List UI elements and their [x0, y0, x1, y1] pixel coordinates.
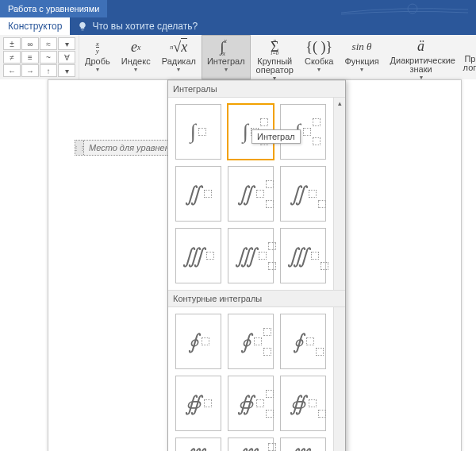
tell-me-placeholder: Что вы хотите сделать?: [92, 21, 198, 32]
gallery-section-contour: Контурные интегралы: [168, 290, 345, 307]
bracket-label: Скобка: [305, 57, 333, 66]
function-label: Функция: [344, 57, 378, 66]
gallery-scrollbar-2[interactable]: [333, 307, 345, 438]
gallery-section-integrals: Интегралы: [168, 80, 345, 98]
fraction-icon: xy: [96, 38, 99, 56]
tpl-surface-integral-sub[interactable]: ∯: [280, 376, 326, 431]
lightbulb-icon: [78, 21, 87, 31]
bracket-button[interactable]: {( )} Скобка ▾: [299, 35, 339, 79]
ribbon-tab-row: Конструктор Что вы хотите сделать?: [0, 17, 476, 35]
radical-label: Радикал: [162, 57, 196, 66]
symbol-forall[interactable]: ∀: [58, 51, 75, 64]
symbol-equiv[interactable]: ≡: [21, 51, 39, 64]
tpl-volume-integral-limits[interactable]: ∰: [228, 438, 274, 451]
chevron-down-icon: ▾: [225, 67, 228, 72]
contour-templates-grid: ∮ ∮ ∮ ∯ ∯ ∯: [168, 307, 333, 438]
integral-templates-grid: ∫ ∫ ∫ ∬ ∬ ∬ ∭ ∭ ∭: [168, 98, 333, 290]
symbol-down[interactable]: ▾: [58, 64, 75, 77]
limit-label: Предел и логарифм: [463, 55, 476, 72]
accent-button[interactable]: ä Диакритические знаки ▾: [385, 35, 458, 79]
tpl-surface-integral-limits[interactable]: ∯: [228, 376, 274, 431]
symbol-tilde[interactable]: ~: [40, 51, 57, 64]
decorative-swirl-icon: [341, 2, 468, 16]
tpl-surface-integral[interactable]: ∯: [175, 376, 221, 431]
tpl-integral[interactable]: ∫: [175, 104, 221, 160]
symbol-inf[interactable]: ∞: [21, 37, 39, 50]
tpl-triple-integral-limits[interactable]: ∭: [228, 228, 274, 283]
script-label: Индекс: [121, 57, 151, 66]
gallery-scrollbar[interactable]: ▴: [333, 98, 345, 290]
large-operator-label: Крупный оператор: [256, 57, 294, 75]
sigma-icon: nΣi=0: [271, 38, 278, 56]
tpl-contour-integral[interactable]: ∮: [175, 314, 221, 369]
symbol-times[interactable]: ▾: [58, 37, 75, 50]
limit-button[interactable]: limn→∞ Предел и логарифм ▾: [458, 35, 476, 79]
script-button[interactable]: ex Индекс ▾: [116, 35, 156, 79]
integral-icon: ∫x-x: [220, 38, 232, 56]
gallery-scrollbar-3[interactable]: ▾: [333, 438, 345, 451]
integral-label: Интеграл: [207, 57, 245, 66]
tpl-double-integral[interactable]: ∬: [175, 166, 221, 222]
symbol-left[interactable]: ↑: [40, 64, 57, 77]
chevron-down-icon: ▾: [134, 67, 137, 72]
tooltip: Интеграл: [251, 129, 301, 144]
tpl-triple-integral-sub[interactable]: ∭: [280, 228, 326, 283]
tell-me-search[interactable]: Что вы хотите сделать?: [70, 17, 205, 35]
symbol-le[interactable]: ←: [3, 64, 21, 77]
chevron-down-icon: ▾: [96, 67, 99, 72]
scroll-up-icon[interactable]: ▴: [338, 99, 342, 109]
chevron-down-icon: ▾: [360, 67, 363, 72]
symbol-gallery[interactable]: ± ∞ ≈ ▾ ≠ ≡ ~ ∀ ← → ↑ ▾: [0, 35, 79, 79]
tpl-triple-integral[interactable]: ∭: [175, 228, 221, 283]
tpl-contour-integral-limits[interactable]: ∮: [228, 314, 274, 369]
ribbon: ± ∞ ≈ ▾ ≠ ≡ ~ ∀ ← → ↑ ▾ xy Дробь ▾ ex Ин…: [0, 35, 476, 80]
symbol-approx[interactable]: ≈: [40, 37, 57, 50]
chevron-down-icon: ▾: [317, 67, 321, 72]
contextual-tab-label: Работа с уравнениями: [0, 0, 107, 17]
function-icon: sin θ: [352, 38, 372, 56]
tpl-double-integral-limits[interactable]: ∬: [228, 166, 274, 222]
tab-constructor[interactable]: Конструктор: [0, 17, 70, 35]
chevron-down-icon: ▾: [177, 67, 180, 72]
radical-icon: n√x: [170, 38, 187, 56]
equation-handle-icon[interactable]: ⋮⋮: [75, 141, 84, 155]
radical-button[interactable]: n√x Радикал ▾: [156, 35, 202, 79]
accent-icon: ä: [417, 38, 424, 55]
script-icon: ex: [131, 38, 140, 56]
large-operator-button[interactable]: nΣi=0 Крупный оператор ▾: [251, 35, 299, 79]
tpl-volume-integral-sub[interactable]: ∰: [280, 438, 326, 451]
tpl-contour-integral-sub[interactable]: ∮: [280, 314, 326, 369]
tpl-volume-integral[interactable]: ∰: [175, 438, 221, 451]
integral-button[interactable]: ∫x-x Интеграл ▾: [202, 35, 251, 79]
accent-label: Диакритические знаки: [390, 56, 452, 74]
fraction-label: Дробь: [85, 57, 110, 66]
symbol-pm[interactable]: ±: [3, 37, 21, 50]
bracket-icon: {( )}: [305, 38, 332, 56]
volume-templates-grid: ∰ ∰ ∰: [168, 438, 333, 451]
title-bar: Работа с уравнениями: [0, 0, 476, 17]
symbol-ge[interactable]: →: [21, 64, 39, 77]
function-button[interactable]: sin θ Функция ▾: [339, 35, 384, 79]
tpl-double-integral-sub[interactable]: ∬: [280, 166, 326, 222]
symbol-ne[interactable]: ≠: [3, 51, 21, 64]
fraction-button[interactable]: xy Дробь ▾: [79, 35, 116, 79]
